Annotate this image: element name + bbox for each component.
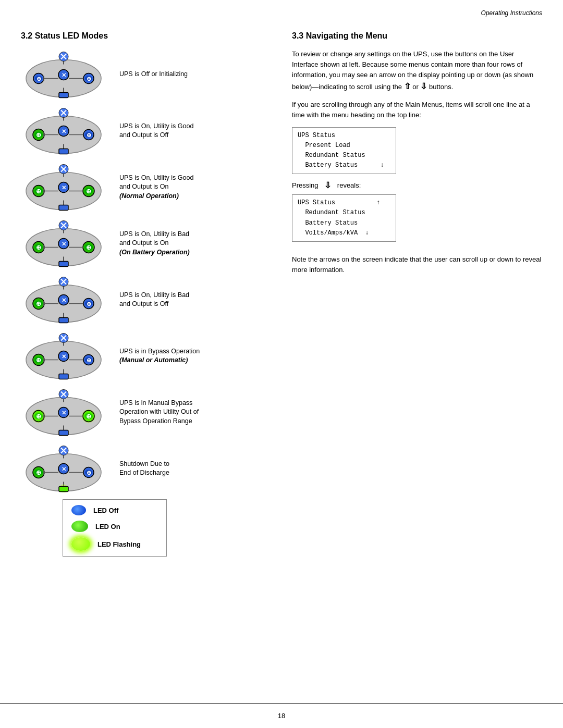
svg-rect-86 (59, 318, 68, 323)
svg-rect-143 (59, 487, 68, 492)
ups-diagram-8: ⊕ ⊕ ✕ (21, 443, 112, 494)
header-text: Operating Instructions (481, 9, 542, 17)
svg-text:✕: ✕ (62, 297, 66, 303)
svg-text:✕: ✕ (62, 466, 66, 472)
svg-text:⊕: ⊕ (36, 469, 41, 476)
svg-text:⊕: ⊕ (87, 301, 91, 307)
led-on-label: LED On (95, 523, 120, 530)
ups-row-8: ⊕ ⊕ ✕ Shutdown Due toEnd of (21, 443, 271, 494)
down-arrow-icon: ⇩ (420, 82, 427, 91)
svg-text:⊕: ⊕ (86, 188, 91, 195)
ups-diagram-1: ⊕ ⊕ ✕ (21, 49, 112, 100)
svg-rect-50 (59, 205, 68, 211)
svg-text:✕: ✕ (62, 353, 66, 360)
ups-row-1: ⊕ ⊕ ✕ (21, 49, 271, 100)
nav-para-1: To review or change any settings on the … (292, 49, 542, 93)
ups-label-3: UPS is On, Utility is Goodand Output is … (119, 174, 193, 201)
svg-text:⊕: ⊕ (86, 413, 91, 420)
ups-row-3: ⊕ ⊕ ✕ UPS is On, Utility is Goodand Outp… (21, 162, 271, 213)
svg-text:✕: ✕ (62, 241, 66, 247)
left-column: 3.2 Status LED Modes ⊕ (21, 21, 271, 557)
svg-text:✕: ✕ (62, 184, 66, 191)
svg-text:⊕: ⊕ (87, 132, 91, 138)
svg-rect-68 (59, 262, 68, 267)
ups-label-4: UPS is On, Utility is Badand Output is O… (119, 230, 190, 257)
svg-text:⊕: ⊕ (36, 356, 41, 364)
section-32-title: 3.2 Status LED Modes (21, 31, 271, 41)
ups-row-4: ⊕ ⊕ ✕ UPS is On, Utility is Badand Outp (21, 218, 271, 269)
svg-text:⊕: ⊕ (87, 357, 91, 363)
led-flash-row: LED Flashing (71, 537, 158, 551)
led-off-label: LED Off (93, 507, 118, 514)
right-column: 3.3 Navigating the Menu To review or cha… (292, 21, 542, 557)
ups-row-2: ⊕ ⊕ ✕ UPS is On, Utility is Goodand Outp… (21, 105, 271, 156)
note-para: Note the arrows on the screen indicate t… (292, 254, 542, 275)
svg-text:⊕: ⊕ (36, 188, 41, 195)
menu-box-1: UPS Status Present Load Redundant Status… (292, 127, 396, 175)
svg-text:✕: ✕ (62, 128, 66, 134)
led-legend: LED Off LED On LED Flashing (63, 499, 167, 557)
page-footer: 18 (0, 703, 563, 728)
nav-para-2: If you are scrolling through any of the … (292, 100, 542, 120)
svg-text:⊕: ⊕ (36, 76, 41, 82)
svg-text:⊕: ⊕ (36, 413, 41, 420)
svg-rect-14 (59, 93, 68, 98)
ups-diagram-5: ⊕ ⊕ ✕ (21, 274, 112, 325)
pressing-down-arrow: ⇩ (324, 180, 331, 190)
led-on-row: LED On (71, 521, 158, 532)
up-arrow-icon: ⇧ (404, 82, 411, 91)
led-flash-label: LED Flashing (97, 540, 141, 548)
led-off-row: LED Off (71, 505, 158, 515)
svg-text:⊕: ⊕ (87, 76, 91, 82)
svg-text:⊕: ⊕ (36, 131, 41, 139)
ups-diagram-6: ⊕ ⊕ ✕ (21, 330, 112, 381)
ups-diagram-7: ⊕ ⊕ ✕ (21, 387, 112, 438)
svg-text:✕: ✕ (62, 72, 66, 78)
svg-text:⊕: ⊕ (36, 300, 41, 307)
svg-text:⊕: ⊕ (36, 244, 41, 251)
svg-text:⊕: ⊕ (86, 244, 91, 251)
led-on-icon (71, 521, 88, 532)
ups-label-7: UPS is in Manual BypassOperation with Ut… (119, 399, 199, 426)
ups-diagram-2: ⊕ ⊕ ✕ (21, 105, 112, 156)
ups-label-6: UPS is in Bypass Operation(Manual or Aut… (119, 347, 200, 365)
ups-diagram-4: ⊕ ⊕ ✕ (21, 218, 112, 269)
section-33-title: 3.3 Navigating the Menu (292, 31, 542, 41)
svg-text:✕: ✕ (62, 410, 66, 416)
ups-label-1: UPS is Off or Initializing (119, 70, 188, 79)
svg-text:⊕: ⊕ (87, 470, 91, 476)
ups-row-7: ⊕ ⊕ ✕ UPS is in Manual BypassOperation (21, 387, 271, 438)
led-off-icon (71, 505, 86, 515)
page-header: Operating Instructions (0, 0, 563, 21)
svg-rect-104 (59, 374, 68, 379)
ups-label-8: Shutdown Due toEnd of Discharge (119, 460, 169, 478)
ups-label-2: UPS is On, Utility is Goodand Output is … (119, 122, 193, 140)
menu-box-2: UPS Status ↑ Redundant Status Battery St… (292, 194, 396, 242)
pressing-line: Pressing ⇩ reveals: (292, 180, 542, 190)
page-number: 18 (278, 712, 285, 720)
svg-rect-32 (59, 149, 68, 154)
ups-row-6: ⊕ ⊕ ✕ UPS is in Bypass Operation(Manual … (21, 330, 271, 381)
ups-row-5: ⊕ ⊕ ✕ UPS is On, Utility is Badand Outpu… (21, 274, 271, 325)
svg-rect-124 (59, 430, 68, 436)
ups-diagram-3: ⊕ ⊕ ✕ (21, 162, 112, 213)
ups-label-5: UPS is On, Utility is Badand Output is O… (119, 291, 189, 309)
led-flash-icon (71, 537, 90, 551)
